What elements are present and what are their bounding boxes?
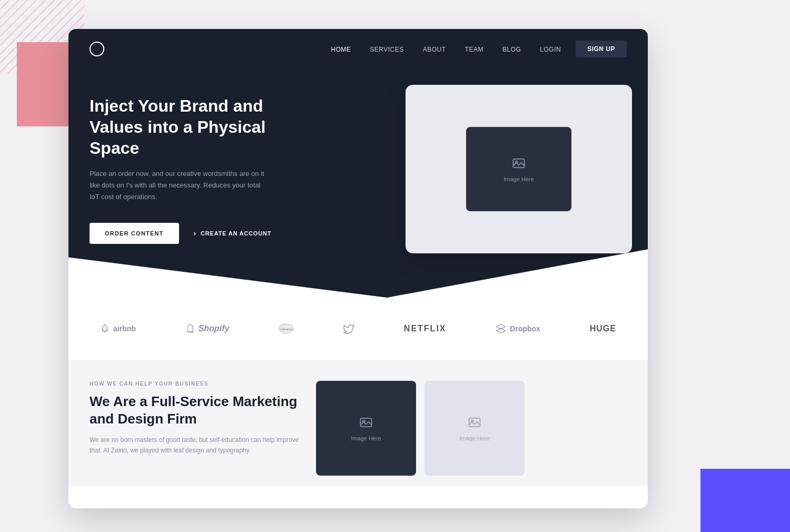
svg-rect-8 <box>361 418 372 427</box>
brand-airbnb: airbnb <box>100 323 136 334</box>
brand-twitter <box>343 323 354 334</box>
section-title: We Are a Full-Service Marketing and Desi… <box>90 393 300 427</box>
hero-description: Place an order now, and our creative wor… <box>90 168 269 203</box>
svg-rect-10 <box>469 418 480 427</box>
brand-huge: HUGE <box>590 324 616 333</box>
brand-netflix: NETFLIX <box>404 324 447 333</box>
purple-rect-decoration <box>700 469 790 532</box>
netflix-label: NETFLIX <box>404 324 447 333</box>
order-content-button[interactable]: ORDER CONTENT <box>90 223 179 244</box>
nav-item-services[interactable]: SERVICES <box>370 44 403 54</box>
bottom-image-label-2: Image Here <box>459 435 489 441</box>
brand-dropbox: HUGE Dropbox <box>496 323 540 334</box>
browser-window: HOME SERVICES ABOUT TEAM BLOG LOGIN SI <box>68 29 648 508</box>
salesforce-icon: salesforce <box>279 323 293 334</box>
bottom-section: HOW WE CAN HELP YOUR BUSINESS We Are a F… <box>68 360 648 486</box>
brand-shopify: Shopify <box>185 323 230 334</box>
nav-item-about[interactable]: ABOUT <box>423 44 446 54</box>
bottom-image-dark: Image Here <box>316 381 416 476</box>
bottom-image-icon-2 <box>467 415 482 430</box>
arrow-icon: › <box>194 229 196 238</box>
shopify-label: Shopify <box>199 324 230 333</box>
nav-links: HOME SERVICES ABOUT TEAM BLOG LOGIN <box>331 44 561 54</box>
section-tag: HOW WE CAN HELP YOUR BUSINESS <box>90 381 300 387</box>
airbnb-icon <box>100 323 110 334</box>
nav-item-blog[interactable]: BLOG <box>502 44 521 54</box>
nav-item-login[interactable]: LOGIN <box>540 44 561 54</box>
bottom-image-icon-1 <box>359 415 373 430</box>
hero-buttons: ORDER CONTENT › CREATE AN ACCOUNT <box>90 223 274 244</box>
bottom-text: HOW WE CAN HELP YOUR BUSINESS We Are a F… <box>90 381 300 486</box>
svg-rect-2 <box>514 159 525 168</box>
brand-salesforce: salesforce <box>279 323 293 334</box>
section-description: We are no born masters of good taste, bu… <box>90 435 300 456</box>
huge-label: HUGE <box>590 324 616 333</box>
create-account-link[interactable]: › CREATE AN ACCOUNT <box>194 229 272 238</box>
hero-title: Inject Your Brand and Values into a Phys… <box>90 95 274 159</box>
hero-image-placeholder: Image Here <box>466 127 571 211</box>
bottom-image-light: Image Here <box>424 381 525 476</box>
bottom-image-label-1: Image Here <box>351 435 381 441</box>
nav-logo[interactable] <box>90 42 104 56</box>
hero-image-card: Image Here <box>406 85 632 253</box>
navbar: HOME SERVICES ABOUT TEAM BLOG LOGIN SI <box>68 29 648 69</box>
airbnb-label: airbnb <box>113 324 136 333</box>
shopify-icon <box>185 323 195 334</box>
nav-item-team[interactable]: TEAM <box>465 44 483 54</box>
signup-button[interactable]: SIGN UP <box>576 41 627 57</box>
image-icon <box>511 156 526 171</box>
hero-image-label: Image Here <box>503 176 534 182</box>
bottom-images: Image Here Image Here <box>316 381 525 486</box>
twitter-icon <box>343 323 354 334</box>
hero-section: HOME SERVICES ABOUT TEAM BLOG LOGIN SI <box>68 29 648 298</box>
svg-text:salesforce: salesforce <box>280 328 293 331</box>
brands-section: airbnb Shopify salesforce NETFLIX <box>68 298 648 360</box>
nav-item-home[interactable]: HOME <box>331 44 351 54</box>
dropbox-icon <box>496 323 506 334</box>
hero-content: Inject Your Brand and Values into a Phys… <box>68 69 295 244</box>
